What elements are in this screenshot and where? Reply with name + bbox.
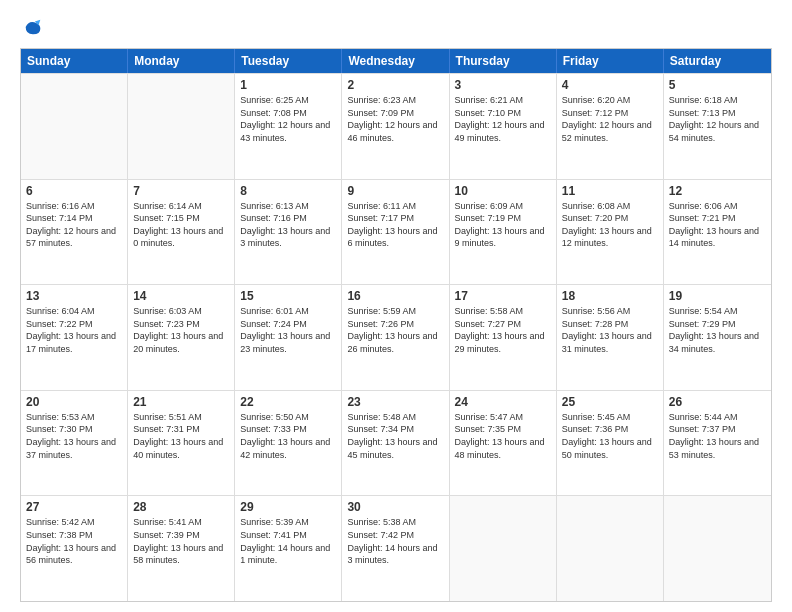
day-cell-1: 1Sunrise: 6:25 AMSunset: 7:08 PMDaylight… [235,74,342,179]
day-cell-21: 21Sunrise: 5:51 AMSunset: 7:31 PMDayligh… [128,391,235,496]
day-number: 3 [455,78,551,92]
header-day-sunday: Sunday [21,49,128,73]
day-number: 23 [347,395,443,409]
day-number: 1 [240,78,336,92]
calendar-header: SundayMondayTuesdayWednesdayThursdayFrid… [21,49,771,73]
day-number: 29 [240,500,336,514]
day-cell-14: 14Sunrise: 6:03 AMSunset: 7:23 PMDayligh… [128,285,235,390]
day-number: 10 [455,184,551,198]
cell-info: Sunrise: 6:11 AMSunset: 7:17 PMDaylight:… [347,200,443,250]
cell-info: Sunrise: 6:06 AMSunset: 7:21 PMDaylight:… [669,200,766,250]
cell-info: Sunrise: 5:44 AMSunset: 7:37 PMDaylight:… [669,411,766,461]
empty-cell [557,496,664,601]
empty-cell [664,496,771,601]
day-number: 27 [26,500,122,514]
cell-info: Sunrise: 6:25 AMSunset: 7:08 PMDaylight:… [240,94,336,144]
day-number: 13 [26,289,122,303]
cell-info: Sunrise: 6:04 AMSunset: 7:22 PMDaylight:… [26,305,122,355]
cell-info: Sunrise: 5:47 AMSunset: 7:35 PMDaylight:… [455,411,551,461]
day-cell-9: 9Sunrise: 6:11 AMSunset: 7:17 PMDaylight… [342,180,449,285]
day-number: 15 [240,289,336,303]
day-number: 8 [240,184,336,198]
day-cell-20: 20Sunrise: 5:53 AMSunset: 7:30 PMDayligh… [21,391,128,496]
cell-info: Sunrise: 6:14 AMSunset: 7:15 PMDaylight:… [133,200,229,250]
cell-info: Sunrise: 6:08 AMSunset: 7:20 PMDaylight:… [562,200,658,250]
header-day-friday: Friday [557,49,664,73]
calendar-row-1: 1Sunrise: 6:25 AMSunset: 7:08 PMDaylight… [21,73,771,179]
cell-info: Sunrise: 6:20 AMSunset: 7:12 PMDaylight:… [562,94,658,144]
cell-info: Sunrise: 5:38 AMSunset: 7:42 PMDaylight:… [347,516,443,566]
header-day-monday: Monday [128,49,235,73]
cell-info: Sunrise: 5:41 AMSunset: 7:39 PMDaylight:… [133,516,229,566]
cell-info: Sunrise: 5:48 AMSunset: 7:34 PMDaylight:… [347,411,443,461]
calendar: SundayMondayTuesdayWednesdayThursdayFrid… [20,48,772,602]
day-number: 4 [562,78,658,92]
day-number: 11 [562,184,658,198]
calendar-row-3: 13Sunrise: 6:04 AMSunset: 7:22 PMDayligh… [21,284,771,390]
cell-info: Sunrise: 6:16 AMSunset: 7:14 PMDaylight:… [26,200,122,250]
day-number: 28 [133,500,229,514]
calendar-row-2: 6Sunrise: 6:16 AMSunset: 7:14 PMDaylight… [21,179,771,285]
cell-info: Sunrise: 6:21 AMSunset: 7:10 PMDaylight:… [455,94,551,144]
calendar-body: 1Sunrise: 6:25 AMSunset: 7:08 PMDaylight… [21,73,771,601]
header [20,16,772,38]
day-cell-28: 28Sunrise: 5:41 AMSunset: 7:39 PMDayligh… [128,496,235,601]
logo-icon [22,16,44,38]
day-cell-7: 7Sunrise: 6:14 AMSunset: 7:15 PMDaylight… [128,180,235,285]
cell-info: Sunrise: 6:03 AMSunset: 7:23 PMDaylight:… [133,305,229,355]
cell-info: Sunrise: 6:13 AMSunset: 7:16 PMDaylight:… [240,200,336,250]
cell-info: Sunrise: 6:18 AMSunset: 7:13 PMDaylight:… [669,94,766,144]
cell-info: Sunrise: 5:50 AMSunset: 7:33 PMDaylight:… [240,411,336,461]
cell-info: Sunrise: 6:09 AMSunset: 7:19 PMDaylight:… [455,200,551,250]
day-cell-17: 17Sunrise: 5:58 AMSunset: 7:27 PMDayligh… [450,285,557,390]
day-number: 2 [347,78,443,92]
cell-info: Sunrise: 5:59 AMSunset: 7:26 PMDaylight:… [347,305,443,355]
day-number: 30 [347,500,443,514]
calendar-row-5: 27Sunrise: 5:42 AMSunset: 7:38 PMDayligh… [21,495,771,601]
calendar-row-4: 20Sunrise: 5:53 AMSunset: 7:30 PMDayligh… [21,390,771,496]
cell-info: Sunrise: 5:39 AMSunset: 7:41 PMDaylight:… [240,516,336,566]
day-number: 9 [347,184,443,198]
header-day-thursday: Thursday [450,49,557,73]
empty-cell [21,74,128,179]
day-number: 17 [455,289,551,303]
day-number: 25 [562,395,658,409]
day-number: 26 [669,395,766,409]
day-cell-5: 5Sunrise: 6:18 AMSunset: 7:13 PMDaylight… [664,74,771,179]
day-number: 20 [26,395,122,409]
cell-info: Sunrise: 5:51 AMSunset: 7:31 PMDaylight:… [133,411,229,461]
cell-info: Sunrise: 5:58 AMSunset: 7:27 PMDaylight:… [455,305,551,355]
header-day-tuesday: Tuesday [235,49,342,73]
day-number: 14 [133,289,229,303]
cell-info: Sunrise: 5:45 AMSunset: 7:36 PMDaylight:… [562,411,658,461]
empty-cell [128,74,235,179]
day-cell-18: 18Sunrise: 5:56 AMSunset: 7:28 PMDayligh… [557,285,664,390]
day-cell-25: 25Sunrise: 5:45 AMSunset: 7:36 PMDayligh… [557,391,664,496]
day-number: 16 [347,289,443,303]
day-cell-10: 10Sunrise: 6:09 AMSunset: 7:19 PMDayligh… [450,180,557,285]
day-number: 24 [455,395,551,409]
day-number: 18 [562,289,658,303]
day-number: 7 [133,184,229,198]
day-cell-23: 23Sunrise: 5:48 AMSunset: 7:34 PMDayligh… [342,391,449,496]
day-cell-3: 3Sunrise: 6:21 AMSunset: 7:10 PMDaylight… [450,74,557,179]
day-cell-4: 4Sunrise: 6:20 AMSunset: 7:12 PMDaylight… [557,74,664,179]
day-cell-30: 30Sunrise: 5:38 AMSunset: 7:42 PMDayligh… [342,496,449,601]
cell-info: Sunrise: 5:56 AMSunset: 7:28 PMDaylight:… [562,305,658,355]
day-cell-16: 16Sunrise: 5:59 AMSunset: 7:26 PMDayligh… [342,285,449,390]
day-number: 6 [26,184,122,198]
cell-info: Sunrise: 6:01 AMSunset: 7:24 PMDaylight:… [240,305,336,355]
day-cell-2: 2Sunrise: 6:23 AMSunset: 7:09 PMDaylight… [342,74,449,179]
day-number: 21 [133,395,229,409]
day-cell-24: 24Sunrise: 5:47 AMSunset: 7:35 PMDayligh… [450,391,557,496]
day-cell-22: 22Sunrise: 5:50 AMSunset: 7:33 PMDayligh… [235,391,342,496]
day-number: 12 [669,184,766,198]
day-cell-13: 13Sunrise: 6:04 AMSunset: 7:22 PMDayligh… [21,285,128,390]
day-cell-6: 6Sunrise: 6:16 AMSunset: 7:14 PMDaylight… [21,180,128,285]
day-number: 22 [240,395,336,409]
day-cell-11: 11Sunrise: 6:08 AMSunset: 7:20 PMDayligh… [557,180,664,285]
day-cell-8: 8Sunrise: 6:13 AMSunset: 7:16 PMDaylight… [235,180,342,285]
day-cell-15: 15Sunrise: 6:01 AMSunset: 7:24 PMDayligh… [235,285,342,390]
page: SundayMondayTuesdayWednesdayThursdayFrid… [0,0,792,612]
day-number: 19 [669,289,766,303]
